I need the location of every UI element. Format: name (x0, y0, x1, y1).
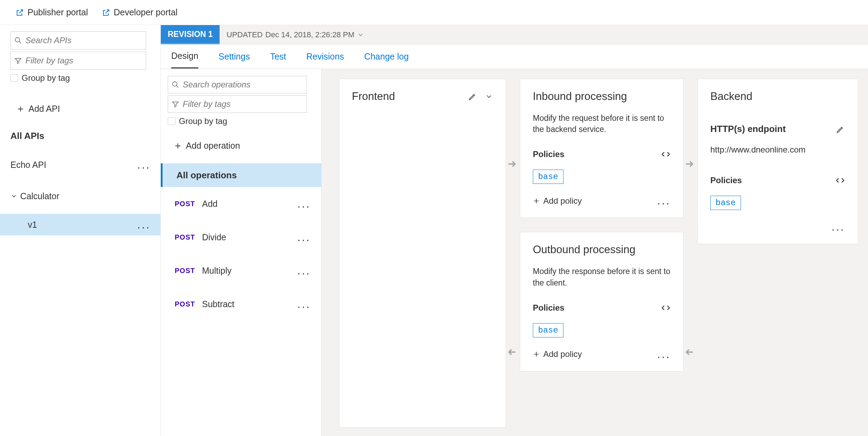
more-icon[interactable]: ... (831, 220, 845, 233)
api-item-label: Calculator (20, 191, 60, 201)
plus-icon (533, 197, 540, 204)
svg-point-1 (173, 82, 177, 86)
more-icon[interactable]: ... (137, 158, 151, 171)
inbound-title: Inbound processing (533, 90, 671, 103)
design-canvas: Frontend (322, 69, 868, 436)
tab-test[interactable]: Test (270, 45, 286, 69)
backend-title: Backend (710, 90, 845, 103)
arrow-left-icon (684, 347, 695, 357)
base-policy-tag[interactable]: base (533, 170, 563, 184)
api-version-v1[interactable]: v1 ... (0, 214, 160, 235)
more-icon[interactable]: ... (657, 194, 671, 207)
operation-row[interactable]: POST Subtract ... (161, 287, 321, 321)
api-version-label: v1 (28, 220, 37, 230)
more-icon[interactable]: ... (297, 231, 311, 244)
external-link-icon (16, 8, 24, 17)
tab-revisions[interactable]: Revisions (306, 45, 344, 69)
add-policy-label: Add policy (543, 196, 582, 206)
add-api-button[interactable]: Add API (17, 104, 160, 114)
main: Group by tag Add API All APIs Echo API .… (0, 25, 868, 436)
add-operation-button[interactable]: Add operation (174, 141, 321, 151)
base-policy-tag[interactable]: base (710, 196, 741, 210)
filter-ops-input[interactable] (183, 99, 303, 109)
group-by-tag-checkbox[interactable] (10, 74, 18, 82)
right-area: REVISION 1 UPDATED Dec 14, 2018, 2:26:28… (161, 25, 868, 436)
base-policy-tag[interactable]: base (533, 323, 563, 337)
plus-icon (174, 142, 182, 150)
plus-icon (533, 351, 540, 358)
arrow-right-icon (507, 159, 517, 169)
policies-label: Policies (533, 149, 565, 159)
tab-design[interactable]: Design (171, 45, 198, 69)
policies-label: Policies (710, 176, 742, 185)
operations-panel: Group by tag Add operation All operation… (161, 69, 322, 436)
operation-name: Subtract (202, 299, 234, 309)
api-item-calculator[interactable]: Calculator (0, 185, 160, 207)
code-icon[interactable] (661, 149, 671, 159)
chevron-down-icon[interactable] (485, 92, 493, 101)
operation-row[interactable]: POST Multiply ... (161, 254, 321, 287)
add-policy-button[interactable]: Add policy (533, 349, 582, 359)
more-icon[interactable]: ... (297, 298, 311, 311)
add-policy-label: Add policy (543, 349, 582, 359)
search-icon (14, 37, 22, 44)
http-verb: POST (175, 300, 195, 308)
operation-name: Divide (202, 232, 226, 242)
operation-row[interactable]: POST Divide ... (161, 220, 321, 254)
operation-name: Multiply (202, 266, 231, 276)
ops-group-by-tag-row[interactable]: Group by tag (168, 116, 321, 126)
developer-portal-link[interactable]: Developer portal (102, 7, 177, 17)
outbound-card: Outbound processing Modify the response … (520, 232, 684, 371)
add-policy-button[interactable]: Add policy (533, 196, 582, 206)
api-item-label: Echo API (10, 160, 46, 170)
chevron-down-icon (357, 31, 364, 38)
all-operations-item[interactable]: All operations (161, 163, 321, 187)
code-icon[interactable] (835, 176, 845, 185)
more-icon[interactable]: ... (137, 218, 151, 231)
developer-portal-label: Developer portal (114, 7, 177, 17)
code-icon[interactable] (661, 303, 671, 313)
revision-bar: REVISION 1 UPDATED Dec 14, 2018, 2:26:28… (161, 25, 868, 45)
search-apis-input-wrap[interactable] (10, 31, 146, 49)
topbar: Publisher portal Developer portal (0, 0, 868, 25)
group-by-tag-row[interactable]: Group by tag (10, 73, 160, 83)
tab-bar: Design Settings Test Revisions Change lo… (161, 45, 868, 69)
api-item-echo[interactable]: Echo API ... (0, 154, 160, 176)
http-verb: POST (175, 233, 195, 241)
chevron-down-icon (10, 193, 17, 200)
updated-time: Dec 14, 2018, 2:26:28 PM (266, 30, 355, 39)
plus-icon (17, 105, 24, 113)
filter-icon (172, 100, 179, 108)
revision-updated[interactable]: UPDATED Dec 14, 2018, 2:26:28 PM (220, 25, 371, 44)
backend-url: http://www.dneonline.com (710, 145, 845, 155)
ops-group-by-tag-checkbox[interactable] (168, 117, 175, 125)
search-ops-wrap[interactable] (168, 76, 307, 93)
more-icon[interactable]: ... (297, 264, 311, 277)
edit-icon[interactable] (468, 92, 477, 101)
tab-changelog[interactable]: Change log (364, 45, 409, 69)
more-icon[interactable]: ... (657, 348, 671, 361)
updated-prefix: UPDATED (227, 30, 263, 39)
backend-card: Backend HTTP(s) endpoint http://www.dneo… (697, 79, 858, 244)
api-sidebar: Group by tag Add API All APIs Echo API .… (0, 25, 161, 436)
arrow-right-icon (684, 159, 695, 169)
filter-apis-input-wrap[interactable] (10, 52, 146, 70)
filter-apis-input[interactable] (25, 56, 142, 65)
all-apis-header[interactable]: All APIs (10, 131, 160, 141)
operation-row[interactable]: POST Add ... (161, 187, 321, 220)
edit-icon[interactable] (836, 125, 845, 134)
frontend-card: Frontend (339, 79, 506, 428)
search-apis-input[interactable] (25, 36, 142, 45)
group-by-tag-label: Group by tag (22, 73, 70, 83)
more-icon[interactable]: ... (297, 197, 311, 210)
filter-icon (14, 57, 22, 64)
search-ops-input[interactable] (183, 80, 303, 89)
outbound-title: Outbound processing (533, 243, 671, 256)
tab-settings[interactable]: Settings (219, 45, 250, 69)
revision-badge[interactable]: REVISION 1 (161, 25, 220, 44)
publisher-portal-link[interactable]: Publisher portal (16, 7, 88, 17)
svg-point-0 (15, 38, 20, 42)
filter-ops-wrap[interactable] (168, 95, 307, 113)
inbound-card: Inbound processing Modify the request be… (520, 79, 684, 218)
ops-group-by-tag-label: Group by tag (179, 116, 227, 126)
